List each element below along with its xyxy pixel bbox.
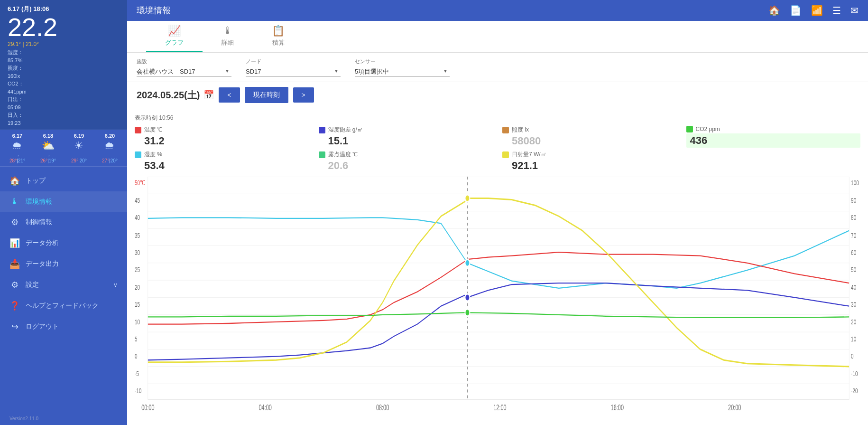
- rain-icon: 🌧: [9, 140, 25, 152]
- gear-icon: ⚙: [9, 280, 20, 290]
- sidebar-temp-range: 29.1° | 21.0°: [8, 41, 120, 47]
- tab-summary[interactable]: 📋 積算: [253, 21, 304, 52]
- chart-display-time: 表示時刻 10:56: [135, 114, 860, 122]
- cloudy-icon: ⛅: [40, 140, 56, 152]
- date-nav: 2024.05.25(土) 📅 < 現在時刻 >: [127, 82, 868, 108]
- mail-icon[interactable]: ✉: [850, 5, 859, 16]
- svg-text:-10: -10: [135, 387, 141, 395]
- sidebar-humidity: 湿度：85.7%: [8, 48, 120, 64]
- svg-text:16:00: 16:00: [611, 403, 624, 412]
- sidebar-header: 6.17 (月) 18:06 22.2 29.1° | 21.0° 湿度：85.…: [0, 0, 127, 130]
- svg-text:10: 10: [851, 335, 856, 343]
- legend-illum: 照度 lx 58080: [502, 126, 677, 148]
- tab-summary-label: 積算: [272, 38, 285, 47]
- svg-text:35: 35: [135, 231, 140, 240]
- sidebar-co2: CO2：441ppm: [8, 80, 120, 95]
- now-button[interactable]: 現在時刻: [245, 87, 288, 103]
- sidebar-item-export[interactable]: 📥 データ出力: [0, 254, 127, 274]
- legend-temp: 温度 ℃ 31.2: [135, 126, 309, 148]
- sidebar-label-top: トップ: [26, 177, 46, 185]
- rain-icon-2: 🌧: [102, 140, 118, 152]
- home-icon: 🏠: [9, 176, 20, 186]
- svg-text:-5: -5: [135, 369, 139, 378]
- sidebar-item-help[interactable]: ❓ ヘルプとフィードバック: [0, 295, 127, 316]
- sidebar-item-analysis[interactable]: 📊 データ分析: [0, 233, 127, 254]
- tab-graph-label: グラフ: [165, 38, 184, 47]
- svg-text:40: 40: [851, 283, 856, 292]
- graph-tab-icon: 📈: [168, 25, 181, 37]
- svg-text:80: 80: [851, 213, 856, 222]
- svg-text:0: 0: [135, 352, 138, 360]
- svg-text:04:00: 04:00: [259, 403, 272, 412]
- temp-color-dot: [135, 127, 141, 133]
- weather-day-0: 6.17 🌧 → 28°|21°: [9, 133, 25, 163]
- sidebar-item-top[interactable]: 🏠 トップ: [0, 170, 127, 191]
- humidity-dot: [465, 259, 470, 266]
- list-icon[interactable]: ☰: [832, 5, 841, 16]
- svg-text:30: 30: [135, 248, 140, 257]
- legend-dew: 露点温度 ℃ 20.6: [319, 151, 493, 172]
- home-header-icon[interactable]: 🏠: [768, 5, 780, 16]
- legend-abs-hum: 湿度飽差 g/㎥ 15.1: [319, 126, 493, 148]
- co2-color-dot: [686, 126, 693, 132]
- chart-icon: 📊: [9, 238, 20, 248]
- svg-text:08:00: 08:00: [376, 403, 389, 412]
- facility-select[interactable]: 会社横ハウス SD17: [137, 66, 231, 77]
- next-date-button[interactable]: >: [293, 87, 314, 103]
- summary-tab-icon: 📋: [272, 25, 285, 37]
- document-icon[interactable]: 📄: [790, 5, 802, 16]
- main-chart: 50℃ 45 40 35 30 25 20 15 10 5 0 -5 -10 1…: [135, 177, 860, 421]
- header-icons: 🏠 📄 📶 ☰ ✉: [768, 5, 859, 16]
- co2-legend-label: CO2 ppm: [696, 126, 720, 132]
- svg-text:90: 90: [851, 196, 856, 204]
- hum-color-dot: [135, 151, 141, 158]
- legend-co2: CO2 ppm 436: [686, 126, 861, 148]
- svg-text:00:00: 00:00: [141, 403, 154, 412]
- prev-date-button[interactable]: <: [219, 87, 240, 103]
- svg-text:70: 70: [851, 231, 856, 240]
- node-select-wrap[interactable]: SD17: [246, 66, 341, 77]
- chart-wrap: 50℃ 45 40 35 30 25 20 15 10 5 0 -5 -10 1…: [135, 177, 860, 421]
- tab-graph[interactable]: 📈 グラフ: [146, 21, 203, 52]
- solar-legend-value: 921.1: [502, 160, 677, 172]
- svg-text:-20: -20: [851, 387, 858, 395]
- facility-label: 施設: [137, 58, 231, 65]
- svg-text:5: 5: [135, 335, 138, 343]
- svg-text:30: 30: [851, 300, 856, 309]
- help-icon: ❓: [9, 301, 20, 311]
- hum-legend-label: 湿度 %: [144, 151, 162, 159]
- tab-detail[interactable]: 🌡 詳細: [203, 21, 253, 52]
- sidebar: 6.17 (月) 18:06 22.2 29.1° | 21.0° 湿度：85.…: [0, 0, 127, 425]
- solar-color-dot: [502, 151, 509, 158]
- calendar-icon[interactable]: 📅: [203, 90, 214, 100]
- current-date: 2024.05.25(土): [137, 89, 200, 102]
- node-select[interactable]: SD17: [246, 66, 341, 77]
- svg-text:20: 20: [851, 317, 856, 326]
- facility-select-wrap[interactable]: 会社横ハウス SD17: [137, 66, 231, 77]
- svg-text:-10: -10: [851, 369, 858, 378]
- svg-text:10: 10: [135, 317, 140, 326]
- sidebar-item-logout[interactable]: ↪ ログアウト: [0, 316, 127, 337]
- tab-detail-label: 詳細: [222, 38, 234, 47]
- sidebar-item-ctrl[interactable]: ⚙ 制御情報: [0, 212, 127, 233]
- sidebar-temp-main: 22.2: [8, 14, 120, 40]
- node-label: ノード: [246, 58, 341, 65]
- co2-legend-value: 436: [686, 133, 861, 148]
- abs-hum-legend-value: 15.1: [319, 135, 493, 147]
- illum-legend-value: 58080: [502, 135, 677, 147]
- detail-tab-icon: 🌡: [222, 25, 233, 37]
- weather-day-2: 6.19 ☀ 29°|20°: [71, 133, 87, 163]
- dew-legend-label: 露点温度 ℃: [328, 151, 358, 159]
- version-label: Version2.11.0: [0, 412, 127, 425]
- abs-hum-dot: [465, 294, 470, 301]
- sensor-select[interactable]: 5項目選択中: [355, 66, 450, 77]
- sidebar-item-env[interactable]: 🌡 環境情報: [0, 191, 127, 212]
- sidebar-illuminance: 照度：160lx: [8, 64, 120, 80]
- main-content: 環境情報 🏠 📄 📶 ☰ ✉ 📈 グラフ 🌡 詳細 📋 積算 施設: [127, 0, 868, 425]
- nav-menu: 🏠 トップ 🌡 環境情報 ⚙ 制御情報 📊 データ分析 📥 データ出力 ⚙ 設定…: [0, 167, 127, 412]
- sensor-label: センサー: [355, 58, 450, 65]
- sensor-select-wrap[interactable]: 5項目選択中: [355, 66, 450, 77]
- sidebar-item-settings[interactable]: ⚙ 設定 ∨: [0, 274, 127, 295]
- signal-icon[interactable]: 📶: [811, 5, 823, 16]
- temp-legend-label: 温度 ℃: [144, 126, 162, 134]
